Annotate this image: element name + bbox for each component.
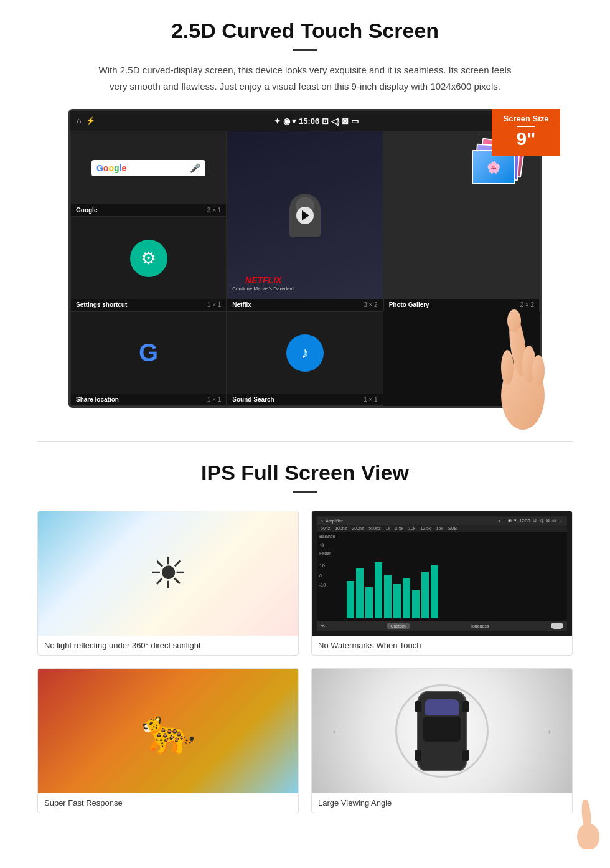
app-cell-share[interactable]: G Share location 1 × 1 (70, 311, 227, 406)
car-roof (423, 717, 461, 742)
volume-icon: ◁) (331, 116, 340, 126)
device-mockup: ⌂ ⚡ ✦ ◉ ▾ 15:06 ⊡ ◁) ⊠ ▭ (56, 109, 554, 408)
gear-icon: ⚙ (141, 248, 156, 268)
amp-bars (347, 534, 565, 618)
usb-icon: ⚡ (86, 116, 95, 125)
share-label: Share location 1 × 1 (71, 394, 226, 405)
device-screen: ⌂ ⚡ ✦ ◉ ▾ 15:06 ⊡ ◁) ⊠ ▭ (68, 109, 542, 408)
netflix-label-bar: Netflix 3 × 2 (227, 299, 382, 311)
screen-size-badge: Screen Size 9" (492, 109, 560, 156)
amp-content: Balance ◁) Fader 10 0 -10 (317, 532, 567, 621)
section2-title: IPS Full Screen View (37, 461, 573, 485)
status-left-icons: ⌂ ⚡ (77, 116, 95, 125)
amp-bar-10 (431, 565, 438, 618)
x-icon: ⊠ (342, 116, 349, 126)
app-cell-netflix[interactable]: NETFLIX Continue Marvel's Daredevil Netf… (227, 131, 383, 311)
amp-bar-7 (403, 578, 410, 618)
cheetah-image: 🐆 (38, 669, 298, 793)
status-time: 15:06 (299, 116, 319, 126)
wifi-icon: ▾ (292, 116, 296, 126)
angle-caption: Large Viewing Angle (312, 793, 572, 813)
app-grid: Google 🎤 Google 3 × 1 (70, 131, 540, 406)
feature-grid: ☀ No light reflecting under 360° direct … (37, 511, 573, 813)
google-search-bar[interactable]: Google 🎤 (92, 160, 205, 176)
title-divider (293, 49, 317, 51)
play-button[interactable] (296, 207, 314, 224)
page-divider (37, 441, 573, 442)
car-top-view (417, 691, 467, 771)
netflix-label: NETFLIX Continue Marvel's Daredevil (232, 275, 294, 291)
amplifier-image: ⌂Amplifier ≡··◉▾17:33 ⊡◁)⊠▭← 60hz100hz20… (312, 511, 572, 636)
window-icon: ▭ (351, 116, 359, 126)
amp-bar-9 (421, 572, 429, 618)
music-note-icon: ♪ (301, 343, 309, 362)
section2-divider (293, 491, 317, 493)
settings-label: Settings shortcut 1 × 1 (71, 299, 226, 311)
feature-sunlight: ☀ No light reflecting under 360° direct … (37, 511, 299, 656)
amp-bar-6 (393, 584, 401, 618)
photo-stack: 🌸 (384, 131, 539, 299)
mic-icon: 🎤 (190, 163, 200, 173)
amp-labels: Balance ◁) Fader 10 0 -10 (319, 534, 344, 618)
amp-ui: ⌂Amplifier ≡··◉▾17:33 ⊡◁)⊠▭← 60hz100hz20… (317, 516, 567, 631)
section-description: With 2.5D curved-display screen, this de… (93, 62, 517, 94)
car-windshield (425, 699, 459, 715)
status-bar: ⌂ ⚡ ✦ ◉ ▾ 15:06 ⊡ ◁) ⊠ ▭ (70, 111, 540, 131)
amp-bar-8 (412, 590, 420, 618)
sunlight-image: ☀ (38, 511, 298, 636)
camera-icon: ⊡ (322, 116, 329, 126)
gallery-label: Photo Gallery 2 × 2 (384, 299, 539, 311)
car-image: ← → (312, 669, 572, 793)
settings-icon: ⚙ (130, 240, 167, 277)
badge-label: Screen Size (495, 114, 556, 123)
home-icon: ⌂ (77, 116, 81, 125)
app-cell-gallery[interactable]: 🌸 Photo Gallery 2 × 2 (383, 131, 540, 311)
google-label: Google 3 × 1 (71, 204, 226, 216)
sunlight-caption: No light reflecting under 360° direct su… (38, 636, 298, 655)
status-center: ✦ ◉ ▾ 15:06 ⊡ ◁) ⊠ ▭ (99, 116, 533, 126)
amp-bar-4 (375, 562, 382, 618)
page-title: 2.5D Curved Touch Screen (37, 19, 573, 43)
sound-search-icon: ♪ (286, 334, 324, 372)
location-icon: ◉ (283, 116, 290, 126)
play-triangle-icon (302, 210, 309, 220)
amp-bottom: ≪ Custom loudness (317, 621, 567, 631)
app-cell-settings[interactable]: ⚙ Settings shortcut 1 × 1 (70, 217, 227, 311)
sound-label: Sound Search 1 × 1 (227, 394, 382, 405)
amp-bar-1 (347, 581, 354, 618)
share-bg: G (71, 312, 226, 394)
amp-topbar: ⌂Amplifier ≡··◉▾17:33 ⊡◁)⊠▭← (317, 516, 567, 525)
badge-size: 9" (517, 128, 536, 149)
bluetooth-icon: ✦ (274, 116, 281, 126)
app-cell-google[interactable]: Google 🎤 Google 3 × 1 (70, 131, 227, 217)
amp-bar-2 (356, 568, 364, 618)
amp-bar-3 (365, 587, 373, 618)
feature-angle: ← → Large Viewing Angle (311, 668, 573, 813)
feature-watermarks: ⌂Amplifier ≡··◉▾17:33 ⊡◁)⊠▭← 60hz100hz20… (311, 511, 573, 656)
badge-divider (517, 126, 535, 127)
speed-caption: Super Fast Response (38, 793, 298, 813)
netflix-bg (227, 131, 382, 299)
amp-bar-5 (384, 575, 392, 618)
feature-speed: 🐆 Super Fast Response (37, 668, 299, 813)
watermarks-caption: No Watermarks When Touch (312, 636, 572, 655)
app-cell-sound[interactable]: ♪ Sound Search 1 × 1 (227, 311, 383, 406)
